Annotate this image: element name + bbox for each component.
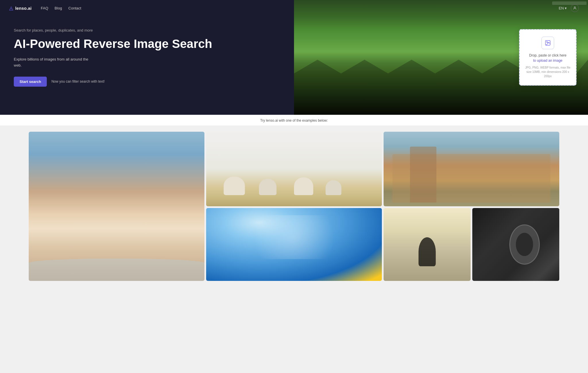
svg-point-2 — [546, 42, 547, 42]
gallery-col-right — [384, 132, 559, 281]
hero-description: Explore billions of images from all arou… — [14, 57, 94, 69]
navbar: ◬ lenso.ai FAQ Blog Contact EN ▾ — [0, 0, 588, 16]
nav-right: EN ▾ — [559, 4, 579, 12]
nav-links: FAQ Blog Contact — [41, 6, 81, 10]
language-label: EN — [559, 6, 564, 10]
nav-link-contact[interactable]: Contact — [68, 6, 81, 10]
gallery-col-mid — [206, 132, 382, 281]
gallery-section — [0, 126, 588, 290]
upload-primary-text: Drop, paste or click here to upload an i… — [529, 53, 566, 63]
hero-action-row: Start search Now you can filter search w… — [14, 77, 280, 87]
logo-icon: ◬ — [9, 5, 13, 11]
hero-title: AI-Powered Reverse Image Search — [14, 37, 280, 51]
examples-strip-text: Try lenso.ai with one of the examples be… — [260, 118, 328, 123]
logo-text: lenso.ai — [15, 6, 32, 11]
nav-link-faq[interactable]: FAQ — [41, 6, 48, 10]
hero-note: Now you can filter search with text! — [51, 79, 105, 83]
gallery-grid — [29, 132, 559, 281]
gallery-item-camera[interactable] — [472, 208, 559, 281]
gallery-item-couple[interactable] — [29, 132, 204, 281]
upload-icon — [541, 37, 554, 49]
upload-hint: JPG, PNG, WEBP formats, max file size 10… — [524, 65, 571, 78]
hero-section: Search for places, people, duplicates, a… — [0, 0, 588, 115]
gallery-item-penguin[interactable] — [384, 208, 471, 281]
user-account-icon[interactable] — [571, 4, 579, 12]
nav-link-blog[interactable]: Blog — [55, 6, 62, 10]
gallery-item-plants[interactable] — [206, 132, 382, 206]
upload-dropzone[interactable]: Drop, paste or click here to upload an i… — [519, 29, 577, 86]
gallery-item-rome[interactable] — [384, 132, 559, 206]
hero-right-panel: Drop, paste or click here to upload an i… — [294, 0, 588, 115]
gallery-col-left — [29, 132, 204, 281]
hero-left-panel: Search for places, people, duplicates, a… — [0, 0, 294, 115]
start-search-button[interactable]: Start search — [14, 77, 47, 87]
gallery-bottom-right — [384, 208, 559, 281]
hero-subtitle: Search for places, people, duplicates, a… — [14, 28, 280, 32]
language-selector[interactable]: EN ▾ — [559, 6, 567, 10]
logo[interactable]: ◬ lenso.ai — [9, 5, 32, 11]
gallery-item-ocean[interactable] — [206, 208, 382, 281]
examples-strip: Try lenso.ai with one of the examples be… — [0, 115, 588, 126]
upload-link[interactable]: to upload an image — [533, 59, 562, 63]
svg-point-0 — [574, 7, 576, 8]
chevron-down-icon: ▾ — [565, 6, 567, 10]
nav-left: ◬ lenso.ai FAQ Blog Contact — [9, 5, 81, 11]
